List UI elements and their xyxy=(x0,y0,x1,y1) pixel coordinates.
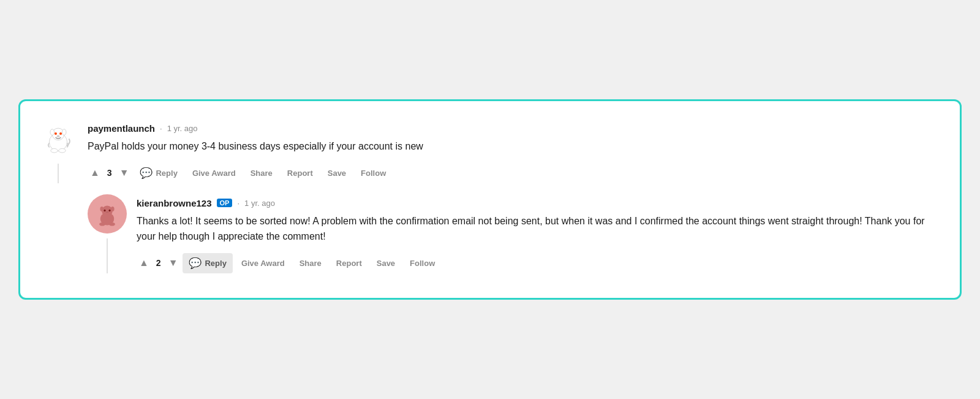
snoo-icon xyxy=(42,123,74,155)
dot-1: · xyxy=(160,124,162,133)
svg-point-13 xyxy=(104,210,105,211)
share-button-2[interactable]: Share xyxy=(293,255,328,272)
avatar-col-1 xyxy=(39,120,78,183)
reply-icon-2: 💬 xyxy=(189,257,202,270)
op-badge: OP xyxy=(217,199,233,207)
reply-button-1[interactable]: 💬 Reply xyxy=(134,163,183,183)
save-button-2[interactable]: Save xyxy=(371,255,401,272)
svg-point-8 xyxy=(59,149,66,153)
svg-point-11 xyxy=(100,207,104,211)
svg-point-12 xyxy=(111,207,115,211)
avatar-col-2 xyxy=(88,194,127,273)
timestamp-1: 1 yr. ago xyxy=(167,124,198,133)
comment-1-actions: ▲ 3 ▼ 💬 Reply Give Award Share Report Sa… xyxy=(88,163,935,183)
comment-2-text: Thanks a lot! It seems to be sorted now!… xyxy=(137,213,935,245)
svg-point-2 xyxy=(50,129,55,135)
svg-point-7 xyxy=(51,149,58,153)
dot-2: · xyxy=(237,199,239,208)
comments-container: paymentlaunch · 1 yr. ago PayPal holds y… xyxy=(18,99,962,300)
vote-count-2: 2 xyxy=(156,258,161,268)
upvote-2[interactable]: ▲ xyxy=(137,255,151,271)
comment-2-actions: ▲ 2 ▼ 💬 Reply Give Award Share Report xyxy=(137,253,935,273)
reply-button-2[interactable]: 💬 Reply xyxy=(183,253,232,273)
share-button-1[interactable]: Share xyxy=(244,165,279,181)
svg-point-5 xyxy=(59,132,62,135)
downvote-2[interactable]: ▼ xyxy=(166,255,181,271)
give-award-button-2[interactable]: Give Award xyxy=(235,255,291,272)
op-snoo-icon xyxy=(92,199,122,229)
timestamp-2: 1 yr. ago xyxy=(244,199,275,208)
report-button-2[interactable]: Report xyxy=(330,255,368,272)
svg-point-18 xyxy=(109,222,115,226)
thread-line-2 xyxy=(107,238,108,273)
give-award-button-1[interactable]: Give Award xyxy=(186,165,242,181)
comment-1-body: paymentlaunch · 1 yr. ago PayPal holds y… xyxy=(88,120,935,183)
svg-point-6 xyxy=(57,135,60,137)
downvote-1[interactable]: ▼ xyxy=(117,165,132,181)
username-2: kieranbrowne123 xyxy=(137,198,212,208)
svg-point-17 xyxy=(99,222,105,226)
svg-point-3 xyxy=(62,129,67,135)
thread-line-1 xyxy=(58,164,59,183)
follow-button-2[interactable]: Follow xyxy=(404,255,441,272)
nested-comment: kieranbrowne123 OP · 1 yr. ago Thanks a … xyxy=(88,194,935,273)
comment-2: kieranbrowne123 OP · 1 yr. ago Thanks a … xyxy=(88,194,935,273)
comment-1: paymentlaunch · 1 yr. ago PayPal holds y… xyxy=(39,120,935,183)
follow-button-1[interactable]: Follow xyxy=(355,165,392,181)
avatar-paymentlaunch xyxy=(39,120,78,159)
svg-point-4 xyxy=(55,132,57,135)
avatar-kieranbrowne123 xyxy=(88,194,127,234)
reply-icon-1: 💬 xyxy=(140,167,153,180)
comment-2-body: kieranbrowne123 OP · 1 yr. ago Thanks a … xyxy=(137,194,935,273)
vote-count-1: 3 xyxy=(107,168,112,178)
report-button-1[interactable]: Report xyxy=(281,165,319,181)
comment-1-header: paymentlaunch · 1 yr. ago xyxy=(88,123,935,134)
save-button-1[interactable]: Save xyxy=(322,165,352,181)
comment-1-text: PayPal holds your money 3-4 business day… xyxy=(88,139,935,154)
svg-point-14 xyxy=(108,210,110,211)
comment-2-header: kieranbrowne123 OP · 1 yr. ago xyxy=(137,198,935,208)
username-1: paymentlaunch xyxy=(88,123,155,134)
upvote-1[interactable]: ▲ xyxy=(88,165,102,181)
